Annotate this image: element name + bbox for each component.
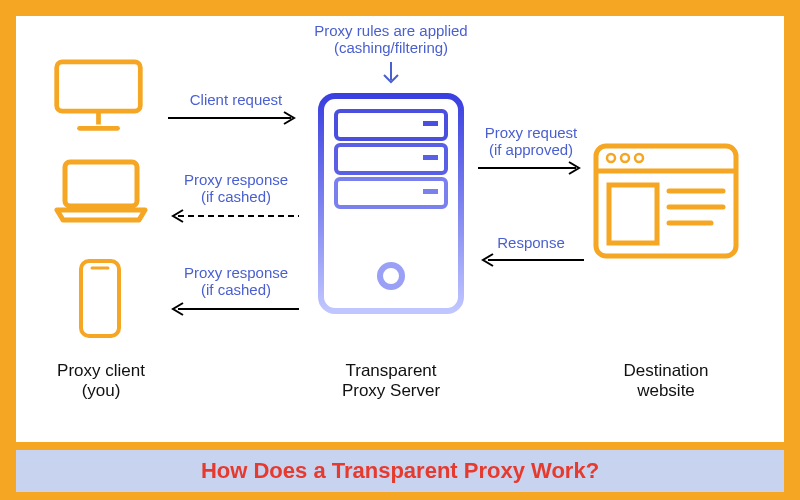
svg-point-16 (607, 154, 615, 162)
client-request-label: Client request (171, 91, 301, 108)
svg-rect-12 (423, 189, 438, 194)
proxy-response-label: Proxy response(if cashed) (171, 171, 301, 206)
title-bar: How Does a Transparent Proxy Work? (16, 450, 784, 492)
arrow-proxy-response2 (166, 299, 301, 319)
arrow-down-icon (376, 60, 406, 88)
svg-rect-4 (81, 261, 119, 336)
arrow-client-request (166, 108, 301, 128)
svg-rect-6 (321, 96, 461, 311)
bottom-dest-label: Destinationwebsite (601, 361, 731, 400)
browser-icon (591, 141, 741, 261)
page-title: How Does a Transparent Proxy Work? (201, 458, 599, 483)
svg-rect-8 (423, 121, 438, 126)
svg-point-18 (635, 154, 643, 162)
svg-rect-10 (423, 155, 438, 160)
rules-label: Proxy rules are applied(cashing/filterin… (286, 22, 496, 57)
server-icon (316, 91, 466, 316)
proxy-request-label: Proxy request(if approved) (476, 124, 586, 159)
response-label: Response (486, 234, 576, 251)
svg-point-17 (621, 154, 629, 162)
svg-rect-0 (57, 62, 141, 111)
bottom-client-label: Proxy client(you) (36, 361, 166, 400)
monitor-icon (51, 56, 146, 136)
svg-rect-19 (609, 185, 657, 243)
svg-rect-3 (65, 162, 137, 206)
bottom-server-label: TransparentProxy Server (326, 361, 456, 400)
diagram-canvas: Proxy rules are applied(cashing/filterin… (16, 16, 784, 442)
arrow-proxy-request (476, 158, 586, 178)
laptop-icon (51, 156, 151, 226)
arrow-response (476, 250, 586, 270)
proxy-response2-label: Proxy response(if cashed) (171, 264, 301, 299)
phone-icon (76, 256, 124, 341)
arrow-proxy-response-dashed (166, 206, 301, 226)
svg-point-13 (380, 265, 402, 287)
svg-rect-14 (596, 146, 736, 256)
